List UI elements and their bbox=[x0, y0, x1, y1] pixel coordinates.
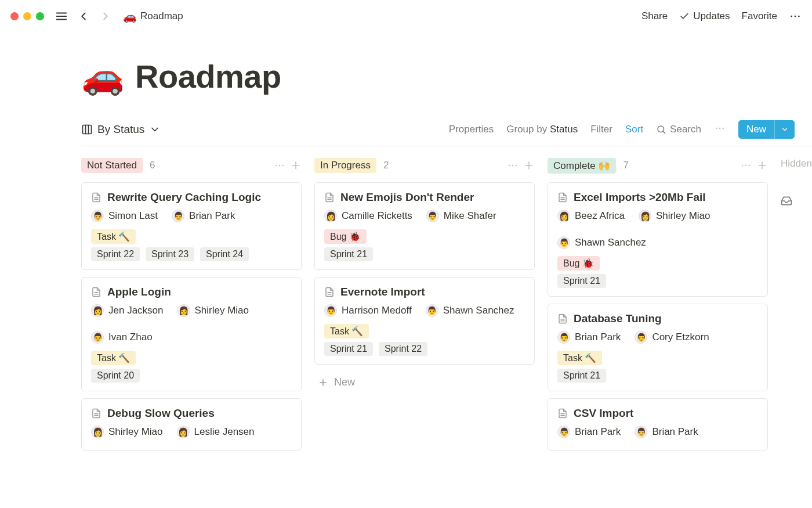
favorite-button[interactable]: Favorite bbox=[742, 10, 777, 22]
board-card[interactable]: Evernote Import 👨 Harrison Medoff 👨 Shaw… bbox=[314, 277, 535, 365]
database-controls: By Status Properties Group by Status Fil… bbox=[81, 120, 812, 146]
assignee: 👨 Cory Etzkorn bbox=[635, 331, 709, 344]
assignee-name: Brian Park bbox=[575, 426, 621, 438]
board-icon bbox=[81, 124, 93, 135]
page-title[interactable]: 🚗 Roadmap bbox=[81, 56, 812, 97]
sprint-chip: Sprint 21 bbox=[324, 342, 373, 356]
breadcrumb[interactable]: 🚗 Roadmap bbox=[119, 8, 187, 26]
board-card[interactable]: CSV Import 👨 Brian Park 👨 Brian Park bbox=[548, 398, 768, 451]
avatar: 👨 bbox=[426, 304, 438, 317]
view-options-button[interactable] bbox=[714, 123, 726, 137]
nav-back-button[interactable] bbox=[75, 8, 92, 24]
avatar: 👩 bbox=[639, 210, 651, 222]
sprint-chip: Sprint 24 bbox=[200, 247, 249, 261]
no-status-group[interactable]: N bbox=[781, 195, 812, 210]
window-controls bbox=[10, 12, 44, 20]
column-add-button[interactable] bbox=[523, 160, 535, 171]
page-icon bbox=[557, 408, 568, 419]
type-chip: Task 🔨 bbox=[91, 351, 136, 365]
filter-button[interactable]: Filter bbox=[590, 124, 612, 135]
assignee: 👩 Shirley Miao bbox=[639, 210, 710, 222]
view-picker[interactable]: By Status bbox=[81, 123, 161, 136]
assignee-name: Shirley Miao bbox=[195, 305, 249, 316]
hidden-groups-label[interactable]: Hidden bbox=[781, 158, 812, 170]
column-count: 6 bbox=[150, 160, 155, 171]
dots-icon bbox=[274, 160, 285, 171]
board-card[interactable]: Apple Login 👩 Jen Jackson 👩 Shirley Miao… bbox=[81, 277, 302, 391]
more-menu-button[interactable] bbox=[789, 10, 802, 23]
type-chip: Task 🔨 bbox=[324, 324, 369, 338]
assignee: 👨 Shawn Sanchez bbox=[426, 304, 514, 317]
assignee: 👨 Simon Last bbox=[91, 210, 158, 222]
plus-icon bbox=[756, 160, 768, 171]
search-button[interactable]: Search bbox=[656, 124, 701, 135]
add-card-label: New bbox=[334, 376, 355, 388]
sidebar-toggle-button[interactable] bbox=[53, 8, 70, 24]
page-icon bbox=[557, 314, 568, 324]
sprint-chip: Sprint 20 bbox=[91, 369, 140, 383]
type-chip: Bug 🐞 bbox=[324, 229, 367, 244]
chevron-down-icon bbox=[781, 125, 789, 134]
card-title: Database Tuning bbox=[574, 312, 662, 325]
assignee: 👩 Camille Ricketts bbox=[324, 210, 412, 222]
column-header: Not Started 6 bbox=[81, 157, 302, 174]
column-status-tag[interactable]: In Progress bbox=[314, 158, 376, 173]
new-button-dropdown[interactable] bbox=[774, 120, 795, 139]
window-close-button[interactable] bbox=[10, 12, 19, 20]
nav-forward-button[interactable] bbox=[97, 8, 114, 24]
group-by-button[interactable]: Group by Status bbox=[506, 124, 578, 135]
type-chip: Task 🔨 bbox=[557, 351, 602, 365]
page-icon bbox=[91, 408, 102, 419]
assignee: 👨 Mike Shafer bbox=[426, 210, 496, 222]
updates-label: Updates bbox=[693, 10, 730, 22]
board-card[interactable]: Excel Imports >20Mb Fail 👩 Beez Africa 👩… bbox=[548, 182, 768, 297]
new-button-main[interactable]: New bbox=[738, 120, 774, 139]
menu-icon bbox=[55, 10, 68, 23]
board-card[interactable]: Database Tuning 👨 Brian Park 👨 Cory Etzk… bbox=[548, 304, 768, 391]
assignee-name: Shawn Sanchez bbox=[443, 305, 514, 316]
board-card[interactable]: Rewrite Query Caching Logic 👨 Simon Last… bbox=[81, 182, 302, 270]
board-card[interactable]: Debug Slow Queries 👩 Shirley Miao 👩 Lesl… bbox=[81, 398, 302, 451]
type-chip: Bug 🐞 bbox=[557, 256, 600, 271]
share-button[interactable]: Share bbox=[641, 10, 668, 22]
group-by-label: Group by bbox=[506, 124, 547, 135]
column-status-tag[interactable]: Not Started bbox=[81, 158, 143, 173]
assignee-name: Brian Park bbox=[652, 426, 698, 438]
properties-button[interactable]: Properties bbox=[449, 124, 494, 135]
avatar: 👩 bbox=[324, 210, 337, 222]
breadcrumb-label: Roadmap bbox=[140, 10, 183, 22]
assignee: 👩 Jen Jackson bbox=[91, 304, 164, 317]
column-add-button[interactable] bbox=[290, 160, 302, 171]
column-menu-button[interactable] bbox=[507, 160, 519, 171]
page-emoji: 🚗 bbox=[81, 56, 125, 97]
topbar-actions: Share Updates Favorite bbox=[641, 10, 802, 23]
plus-icon bbox=[318, 377, 328, 388]
board-column: Complete 🙌 7 Excel Imports >20Mb Fail 👩 … bbox=[548, 157, 768, 457]
board-column: In Progress 2 New Emojis Don't Render 👩 … bbox=[314, 157, 535, 457]
new-button[interactable]: New bbox=[738, 120, 795, 139]
assignee-name: Beez Africa bbox=[575, 210, 625, 222]
inbox-icon bbox=[781, 195, 792, 207]
column-add-button[interactable] bbox=[756, 160, 768, 171]
updates-button[interactable]: Updates bbox=[679, 10, 730, 22]
window-maximize-button[interactable] bbox=[36, 12, 44, 20]
column-menu-button[interactable] bbox=[740, 160, 752, 171]
avatar: 👨 bbox=[557, 236, 570, 249]
avatar: 👨 bbox=[91, 331, 104, 344]
back-icon bbox=[77, 10, 90, 23]
sort-button[interactable]: Sort bbox=[625, 124, 643, 135]
column-status-tag[interactable]: Complete 🙌 bbox=[548, 158, 616, 174]
avatar: 👩 bbox=[91, 304, 104, 317]
board-card[interactable]: New Emojis Don't Render 👩 Camille Ricket… bbox=[314, 182, 535, 270]
search-icon bbox=[656, 124, 666, 135]
add-card-button[interactable]: New bbox=[314, 372, 535, 393]
page-icon bbox=[324, 192, 335, 203]
assignee-name: Harrison Medoff bbox=[342, 305, 412, 316]
sprint-chip: Sprint 22 bbox=[91, 247, 140, 261]
card-title: Debug Slow Queries bbox=[107, 407, 215, 420]
window-minimize-button[interactable] bbox=[23, 12, 31, 20]
avatar: 👨 bbox=[91, 210, 104, 222]
column-menu-button[interactable] bbox=[274, 160, 285, 171]
plus-icon bbox=[523, 160, 535, 171]
page-content: 🚗 Roadmap By Status Properties Group by … bbox=[0, 33, 812, 457]
